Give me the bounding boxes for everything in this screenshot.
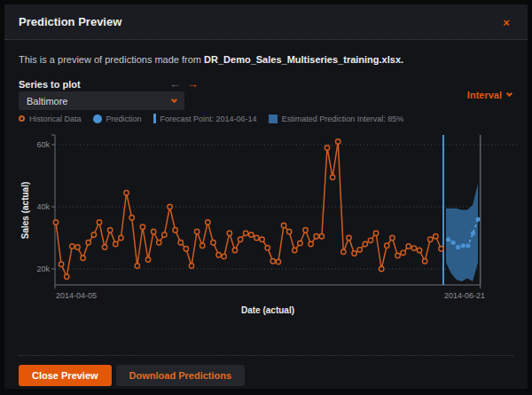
forecast-point-marker-icon	[153, 114, 156, 123]
previous-series-arrow-icon[interactable]: ←	[169, 77, 181, 91]
legend-label: Estimated Prediction Interval: 85%	[282, 115, 404, 123]
legend-label: Prediction	[106, 115, 142, 123]
svg-text:20k: 20k	[36, 265, 50, 273]
intro-prefix: This is a preview of predictions made fr…	[19, 54, 204, 65]
close-preview-button[interactable]: Close Preview	[19, 365, 112, 386]
chevron-down-icon	[506, 91, 512, 97]
intro-filename: DR_Demo_Sales_Multiseries_training.xlsx.	[204, 54, 403, 65]
next-series-arrow-icon[interactable]: →	[187, 77, 199, 91]
legend-item-forecast-point: Forecast Point: 2014-06-14	[153, 114, 257, 123]
chart-legend: Historical Data Prediction Forecast Poin…	[19, 114, 403, 123]
chevron-down-icon	[171, 96, 177, 102]
legend-item-prediction-interval: Estimated Prediction Interval: 85%	[269, 115, 404, 123]
legend-item-prediction: Prediction	[93, 115, 142, 123]
interval-dropdown[interactable]: Interval	[467, 90, 512, 100]
svg-text:40k: 40k	[36, 202, 50, 211]
modal-title: Prediction Preview	[19, 4, 121, 40]
modal-header: Prediction Preview ×	[4, 4, 528, 40]
download-predictions-button[interactable]: Download Predictions	[116, 365, 246, 386]
legend-label: Forecast Point: 2014-06-14	[160, 115, 257, 123]
svg-text:2014-06-21: 2014-06-21	[444, 291, 485, 300]
series-select[interactable]: Baltimore	[19, 91, 184, 110]
svg-text:Sales (actual): Sales (actual)	[20, 182, 30, 239]
prediction-chart: 20k40k60k2014-04-052014-06-21Date (actua…	[4, 129, 528, 326]
series-pager: ← →	[169, 77, 199, 91]
svg-text:2014-04-05: 2014-04-05	[56, 291, 97, 300]
series-to-plot-label: Series to plot	[19, 79, 81, 90]
legend-label: Historical Data	[29, 115, 82, 123]
prediction-interval-marker-icon	[269, 115, 278, 123]
interval-label: Interval	[467, 90, 502, 100]
prediction-preview-modal: Prediction Preview × This is a preview o…	[4, 4, 528, 389]
legend-item-historical: Historical Data	[19, 115, 82, 123]
prediction-marker-icon	[93, 115, 102, 123]
svg-text:60k: 60k	[36, 140, 50, 149]
historical-data-marker-icon	[19, 115, 25, 122]
series-select-value: Baltimore	[27, 96, 67, 107]
prediction-preview-screen: Prediction Preview × This is a preview o…	[0, 0, 532, 395]
footer-divider	[19, 355, 513, 356]
intro-text: This is a preview of predictions made fr…	[19, 54, 403, 65]
svg-text:Date (actual): Date (actual)	[241, 305, 294, 315]
close-icon[interactable]: ×	[499, 16, 513, 30]
footer: Close Preview Download Predictions	[19, 365, 245, 386]
